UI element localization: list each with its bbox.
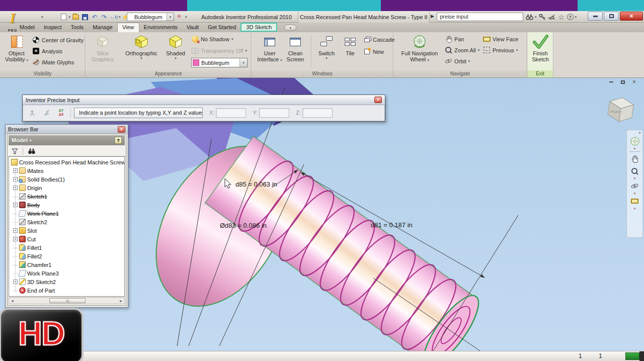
clean-screen-button[interactable]: Clean Screen: [283, 34, 308, 62]
navbar-view-face-button[interactable]: [628, 195, 641, 207]
new-file-caret-icon[interactable]: ▾: [69, 15, 71, 19]
center-of-gravity-button[interactable]: Center of Gravity: [32, 35, 84, 45]
color-style-combo[interactable]: Bubblegum ▾: [127, 13, 174, 21]
expand-plus-icon[interactable]: +: [13, 203, 18, 207]
shaded-button[interactable]: Shaded ▾: [164, 34, 188, 60]
browser-mode-caret-icon[interactable]: ▾: [30, 139, 32, 142]
communication-center-icon[interactable]: [548, 13, 556, 21]
new-window-button[interactable]: New: [363, 47, 384, 56]
tree-item-slot[interactable]: +↑Slot: [9, 226, 124, 235]
navbar-wheel-caret-icon[interactable]: ▾: [634, 147, 636, 150]
tree-item-origin[interactable]: +Origin: [9, 184, 124, 192]
slice-graphics-button[interactable]: Slice Graphics: [90, 34, 116, 62]
search-caret-icon[interactable]: ▾: [535, 15, 537, 19]
zoom-all-caret-icon[interactable]: ▾: [478, 48, 480, 52]
doc-minimize-button[interactable]: [606, 78, 616, 85]
object-visibility-button[interactable]: Object Visibility ▾: [3, 34, 30, 62]
tree-item-cut[interactable]: +Cut: [9, 235, 124, 243]
color-style-drop-button[interactable]: ▾: [167, 13, 174, 21]
help-caret-icon[interactable]: ▾: [575, 15, 577, 19]
search-input[interactable]: preise input: [437, 13, 523, 21]
tile-button[interactable]: Tile: [340, 34, 360, 56]
transparency-caret-icon[interactable]: ▾: [245, 49, 247, 52]
return-caret-icon[interactable]: ▾: [119, 15, 121, 19]
new-file-button[interactable]: [59, 12, 68, 22]
tab-environments[interactable]: Environments: [139, 23, 182, 32]
browser-horizontal-scrollbar[interactable]: ◄ ►: [9, 297, 125, 304]
navbar-orbit-button[interactable]: [628, 180, 641, 192]
z-input[interactable]: [302, 108, 333, 118]
imate-glyphs-button[interactable]: iMate Glyphs: [32, 57, 74, 67]
browser-titlebar[interactable]: Browser Bar ×: [6, 125, 128, 134]
orthographic-caret-icon[interactable]: ▾: [140, 56, 142, 60]
tab-3d-sketch[interactable]: 3D Sketch: [240, 23, 277, 32]
expand-plus-icon[interactable]: +: [13, 186, 18, 190]
precise-input-titlebar[interactable]: Inventor Precise Input ×: [23, 95, 385, 105]
y-input[interactable]: [259, 108, 289, 118]
precise-delta-button[interactable]: ΔYΔX: [55, 107, 67, 118]
appearance-color-combo[interactable]: Bubblegum ▾: [191, 58, 248, 67]
dimension-label-d83[interactable]: Ød83 = 0.086 in: [220, 222, 267, 229]
input-mode-combo[interactable]: Indicate a point location by typing X,Y …: [74, 108, 203, 118]
tree-item-sketch1[interactable]: Sketch1: [9, 192, 124, 201]
switch-caret-icon[interactable]: ▾: [326, 56, 328, 60]
user-interface-button[interactable]: User Interface ▾: [257, 34, 283, 62]
find-binoculars-icon[interactable]: [28, 148, 36, 154]
favorites-star-icon[interactable]: ☆: [557, 13, 566, 21]
precise-input-window[interactable]: Inventor Precise Input × ΔYΔX Indicate a…: [22, 95, 385, 122]
browser-help-button[interactable]: ?: [115, 137, 122, 144]
browser-close-button[interactable]: ×: [118, 126, 125, 133]
viewcube[interactable]: FRONT: [604, 94, 638, 128]
no-shadow-button[interactable]: No Shadow ▾: [191, 34, 233, 44]
navbar-view-face-caret-icon[interactable]: ▾: [634, 207, 636, 210]
pan-button[interactable]: Pan: [445, 34, 464, 44]
tree-item-imates[interactable]: +iMates: [9, 166, 124, 175]
precise-input-close-button[interactable]: ×: [374, 97, 382, 103]
panel-label-appearance[interactable]: Appearance: [86, 70, 251, 77]
tab-get-started[interactable]: Get Started: [203, 23, 240, 32]
navbar-close-icon[interactable]: ×: [638, 131, 641, 135]
shaded-caret-icon[interactable]: ▾: [175, 56, 177, 60]
tab-inspect[interactable]: Inspect: [39, 23, 66, 32]
precise-axis-button[interactable]: [40, 107, 53, 118]
finish-sketch-button[interactable]: Finish Sketch: [529, 34, 551, 62]
panel-label-navigate[interactable]: Navigate: [393, 70, 527, 77]
help-icon[interactable]: ?: [567, 14, 574, 20]
open-button[interactable]: [71, 12, 80, 22]
tree-item-fillet2[interactable]: Fillet2: [9, 252, 124, 260]
tab-view[interactable]: View: [117, 23, 139, 32]
navbar-zoom-button[interactable]: [628, 165, 641, 177]
browser-mode-button[interactable]: Model ▾ ?: [9, 135, 125, 145]
tab-vault[interactable]: Vault: [182, 23, 203, 32]
tree-item-work-plane3[interactable]: Work Plane3: [9, 269, 124, 278]
panel-label-windows[interactable]: Windows: [252, 70, 393, 77]
logo-menu-caret-icon[interactable]: ▾: [41, 15, 43, 19]
key-icon[interactable]: [538, 13, 546, 21]
orbit-caret-icon[interactable]: ▾: [468, 59, 470, 63]
scrollbar-thumb[interactable]: [49, 298, 86, 303]
tree-item-fillet1[interactable]: Fillet1: [9, 243, 124, 252]
appearance-color-drop-button[interactable]: ▾: [239, 58, 247, 67]
tree-item-chamfer1[interactable]: Chamfer1: [9, 260, 124, 269]
browser-bar-window[interactable]: Browser Bar × Model ▾ ? Cross Recessed P…: [5, 124, 128, 308]
full-navigation-wheel-button[interactable]: Full Navigation Wheel ▾: [398, 34, 441, 62]
document-title-tab[interactable]: Cross Recessed Pan Head Machine Screw - …: [298, 12, 430, 23]
ribbon-minimize-caret-button[interactable]: ▾: [284, 25, 296, 31]
previous-view-button[interactable]: ← Previous ▾: [483, 45, 518, 55]
search-binoculars-icon[interactable]: [525, 13, 533, 21]
expand-plus-icon[interactable]: +: [13, 177, 18, 182]
view-face-button[interactable]: View Face: [483, 34, 518, 44]
dimension-label-d85[interactable]: d85 = 0.063 in: [235, 180, 277, 188]
undo-button[interactable]: ↶: [90, 12, 99, 22]
orbit-button[interactable]: Orbit ▾: [445, 56, 470, 66]
expand-plus-icon[interactable]: +: [13, 168, 18, 173]
tree-item-body[interactable]: +Body: [9, 201, 124, 209]
tree-item-end-of-part[interactable]: ×End of Part: [9, 286, 124, 295]
inventor-logo[interactable]: I PRO: [1, 12, 24, 32]
dimension-label-d81[interactable]: d81 = 0.187 in: [371, 221, 413, 229]
scroll-left-icon[interactable]: ◄: [9, 299, 16, 303]
expand-plus-icon[interactable]: +: [13, 228, 18, 233]
restore-button[interactable]: [604, 12, 619, 21]
filter-funnel-icon[interactable]: [12, 148, 18, 154]
previous-caret-icon[interactable]: ▾: [516, 48, 518, 52]
